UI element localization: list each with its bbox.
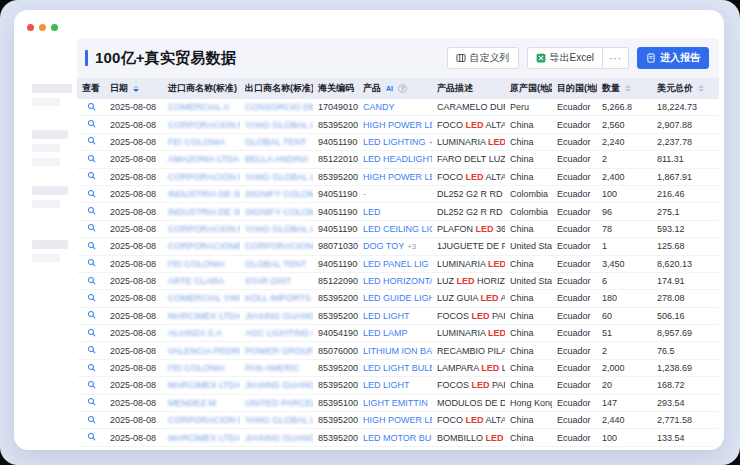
product-link[interactable]: DOG TOY — [363, 241, 404, 251]
view-record-button[interactable] — [87, 189, 96, 198]
exporter-cell[interactable]: YANG GLOBAL LI — [240, 172, 313, 182]
product-link[interactable]: CANDY — [363, 102, 395, 112]
sort-icon[interactable] — [133, 85, 139, 92]
maximize-window-icon[interactable] — [51, 24, 58, 31]
product-cell[interactable]: LED CEILING LIGHT — [358, 224, 432, 234]
importer-cell[interactable]: FEI COLONIA — [163, 259, 240, 269]
product-link[interactable]: HIGH POWER LED F — [363, 120, 432, 130]
importer-cell[interactable]: FEI COLONIA — [163, 137, 240, 147]
product-cell[interactable]: LED LIGHT — [358, 380, 432, 390]
importer-cell[interactable]: CORPORACION E — [163, 224, 240, 234]
product-link[interactable]: LED LAMP — [363, 328, 408, 338]
view-record-button[interactable] — [87, 310, 96, 319]
product-link[interactable]: LED MOTOR BULB — [363, 433, 432, 443]
exporter-cell[interactable]: GLOBAL TENT — [240, 137, 313, 147]
exporter-cell[interactable]: KOLL IMPORTS — [240, 293, 313, 303]
product-cell[interactable]: DOG TOY+3 — [358, 241, 432, 251]
exporter-cell[interactable]: YANG GLOBAL LI — [240, 415, 313, 425]
exporter-cell[interactable]: JIAXING GUANGT — [240, 380, 313, 390]
view-record-button[interactable] — [87, 432, 96, 441]
importer-cell[interactable]: COMERCIAL YWI — [163, 293, 240, 303]
view-record-button[interactable] — [87, 293, 96, 302]
product-link[interactable]: LIGHT EMITTIN — [363, 398, 428, 408]
close-window-icon[interactable] — [27, 24, 34, 31]
product-link[interactable]: - — [363, 189, 366, 199]
product-cell[interactable]: LED PANEL LIG+1 — [358, 259, 432, 269]
exporter-cell[interactable]: CORPORACIONES — [240, 241, 313, 251]
exporter-cell[interactable]: YANG GLOBAL LI — [240, 224, 313, 234]
col-header-quantity[interactable]: 数量 — [597, 82, 652, 95]
importer-cell[interactable]: ALIANZA S.A — [163, 328, 240, 338]
product-link[interactable]: LED PANEL LIG — [363, 259, 429, 269]
product-link[interactable]: LED CEILING LIGHT — [363, 224, 432, 234]
importer-cell[interactable]: INDUSTRIA DE SIS — [163, 189, 240, 199]
importer-cell[interactable]: COMERCIAL A — [163, 102, 240, 112]
importer-cell[interactable]: CORPORACION E — [163, 172, 240, 182]
importer-cell[interactable]: CORPORACION E — [163, 120, 240, 130]
view-record-button[interactable] — [87, 363, 96, 372]
view-record-button[interactable] — [87, 380, 96, 389]
importer-cell[interactable]: AMAZONIA LTDA — [163, 154, 240, 164]
product-link[interactable]: LED — [363, 207, 381, 217]
importer-cell[interactable]: MENDEZ M — [163, 398, 240, 408]
exporter-cell[interactable]: CONSORCIO DEL — [240, 102, 313, 112]
customize-columns-button[interactable]: 自定义列 — [447, 47, 519, 69]
product-link[interactable]: LED LIGHT — [363, 311, 410, 321]
product-link[interactable]: LED LIGHT — [363, 380, 410, 390]
exporter-cell[interactable]: BELLA ANDINA — [240, 154, 313, 164]
exporter-cell[interactable]: STAR DIST — [240, 276, 313, 286]
product-cell[interactable]: HIGH POWER LED F — [358, 415, 432, 425]
view-record-button[interactable] — [87, 154, 96, 163]
view-record-button[interactable] — [87, 328, 96, 337]
view-record-button[interactable] — [87, 345, 96, 354]
enter-report-button[interactable]: 进入报告 — [637, 47, 709, 69]
view-record-button[interactable] — [87, 397, 96, 406]
product-cell[interactable]: LED LIGHT — [358, 311, 432, 321]
col-header-usd-total[interactable]: 美元总价 — [652, 82, 718, 95]
product-link[interactable]: LED GUIDE LIGHT T — [363, 293, 432, 303]
exporter-cell[interactable]: SIGNIFY COLOMB — [240, 207, 313, 217]
exporter-cell[interactable]: GLOBAL TENT — [240, 259, 313, 269]
view-record-button[interactable] — [87, 223, 96, 232]
product-cell[interactable]: LED LIGHTING+1 — [358, 137, 432, 147]
help-icon[interactable]: ? — [398, 84, 407, 93]
importer-cell[interactable]: INDUSTRIA DE SIS — [163, 207, 240, 217]
importer-cell[interactable]: ARTE CLARA — [163, 276, 240, 286]
view-record-button[interactable] — [87, 136, 96, 145]
product-link[interactable]: LED HEADLIGHT — [363, 154, 432, 164]
view-record-button[interactable] — [87, 102, 96, 111]
product-link[interactable]: LED LIGHTING — [363, 137, 426, 147]
product-cell[interactable]: LED LIGHT BULB — [358, 363, 432, 373]
importer-cell[interactable]: MARCIMEX LTDA — [163, 380, 240, 390]
product-cell[interactable]: CANDY — [358, 102, 432, 112]
product-cell[interactable]: LED — [358, 207, 432, 217]
product-link[interactable]: LED HORIZONTAL L — [363, 276, 432, 286]
product-cell[interactable]: LIGHT EMITTIN+1 — [358, 398, 432, 408]
view-record-button[interactable] — [87, 415, 96, 424]
product-link[interactable]: HIGH POWER LED F — [363, 415, 432, 425]
export-excel-button[interactable]: 导出Excel — [527, 47, 603, 69]
col-header-importer[interactable]: 进口商名称(标准) — [163, 82, 240, 95]
exporter-cell[interactable]: POWER GROUP — [240, 346, 313, 356]
importer-cell[interactable]: MARCIMEX LTDA — [163, 311, 240, 321]
exporter-cell[interactable]: SIGNIFY COLOMB — [240, 189, 313, 199]
view-record-button[interactable] — [87, 241, 96, 250]
importer-cell[interactable]: MARCIMEX LTDA — [163, 433, 240, 443]
product-cell[interactable]: LED LAMP — [358, 328, 432, 338]
minimize-window-icon[interactable] — [39, 24, 46, 31]
product-cell[interactable]: LED HEADLIGHT — [358, 154, 432, 164]
product-cell[interactable]: LED MOTOR BULB — [358, 433, 432, 443]
product-cell[interactable]: LITHIUM ION BATTE — [358, 346, 432, 356]
product-cell[interactable]: - — [358, 189, 432, 199]
view-record-button[interactable] — [87, 119, 96, 128]
exporter-cell[interactable]: JIAXING GUANGT — [240, 311, 313, 321]
exporter-cell[interactable]: PAN AMERIC — [240, 363, 313, 373]
sort-icon[interactable] — [698, 85, 704, 92]
importer-cell[interactable]: CORPORACION E — [163, 415, 240, 425]
importer-cell[interactable]: CORPORACIONES — [163, 241, 240, 251]
exporter-cell[interactable]: YANG GLOBAL LI — [240, 120, 313, 130]
view-record-button[interactable] — [87, 276, 96, 285]
col-header-date[interactable]: 日期 — [105, 82, 163, 95]
product-link[interactable]: HIGH POWER LED F — [363, 172, 432, 182]
exporter-cell[interactable]: UNITED PARCEL — [240, 398, 313, 408]
